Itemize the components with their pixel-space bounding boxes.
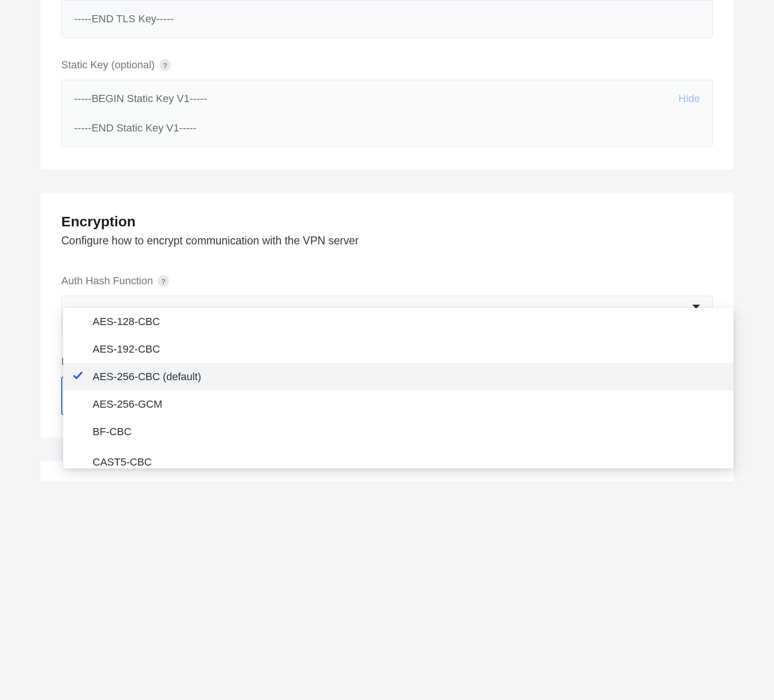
keys-card: -----END TLS Key----- Static Key (option… [40, 0, 734, 170]
cipher-option[interactable]: AES-128-CBC [63, 308, 734, 336]
check-icon [73, 370, 83, 383]
cipher-option[interactable]: CAST5-CBC [63, 446, 734, 468]
cipher-option[interactable]: AES-256-GCM [63, 391, 734, 418]
auth-hash-label-text: Auth Hash Function [61, 275, 153, 287]
cipher-option-label: AES-256-GCM [93, 398, 162, 411]
static-key-label: Static Key (optional) ? [61, 59, 713, 71]
cipher-option-label: AES-192-CBC [93, 343, 160, 355]
cipher-option[interactable]: AES-256-CBC (default) [63, 363, 734, 391]
encryption-title: Encryption [61, 214, 713, 230]
hide-button[interactable]: Hide [679, 91, 700, 107]
encryption-description: Configure how to encrypt communication w… [61, 234, 713, 247]
static-key-begin-line: -----BEGIN Static Key V1----- [74, 91, 700, 107]
cipher-option[interactable]: AES-192-CBC [63, 336, 734, 363]
static-key-label-text: Static Key (optional) [61, 59, 155, 71]
help-icon[interactable]: ? [158, 275, 169, 287]
auth-hash-label: Auth Hash Function ? [61, 275, 713, 287]
cipher-option-label: BF-CBC [93, 426, 132, 438]
cipher-option-label: AES-256-CBC (default) [93, 371, 201, 383]
static-key-end-line: -----END Static Key V1----- [74, 120, 700, 136]
cipher-option-label: CAST5-CBC [93, 456, 152, 468]
tls-end-line: -----END TLS Key----- [74, 11, 700, 27]
tls-key-textarea[interactable]: -----END TLS Key----- [61, 0, 713, 38]
static-key-textarea[interactable]: Hide -----BEGIN Static Key V1----- -----… [61, 80, 713, 147]
cipher-option-label: AES-128-CBC [93, 316, 160, 328]
cipher-dropdown[interactable]: AES-128-CBCAES-192-CBCAES-256-CBC (defau… [63, 308, 734, 468]
cipher-option[interactable]: BF-CBC [63, 418, 734, 446]
help-icon[interactable]: ? [160, 59, 171, 71]
